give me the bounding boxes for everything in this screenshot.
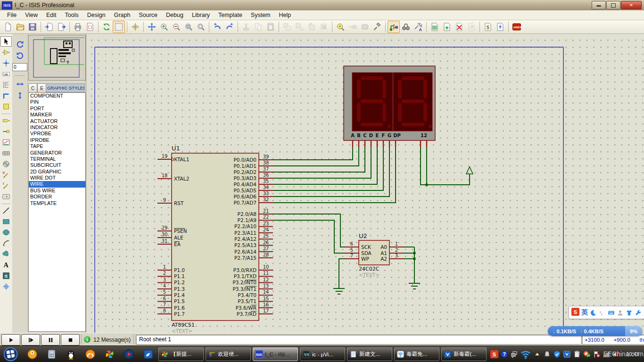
zoom-area-button[interactable] <box>195 21 207 33</box>
mode-wire-label-button[interactable]: LBL <box>0 69 12 79</box>
package-tool-button[interactable] <box>359 21 371 33</box>
menu-file[interactable]: File <box>3 11 21 19</box>
rotation-angle-input[interactable] <box>12 63 27 71</box>
mode-text-2d-button[interactable]: A <box>0 260 12 270</box>
style-item-marker[interactable]: MARKER <box>29 112 85 118</box>
resource-percent[interactable]: 9% <box>625 326 642 336</box>
menu-template[interactable]: Template <box>214 11 247 19</box>
new-sheet-button[interactable] <box>441 21 453 33</box>
menu-library[interactable]: Library <box>188 11 214 19</box>
tray-show-hidden[interactable] <box>533 350 541 358</box>
schematic-canvas[interactable]: ABCDEFGDP12U1AT89C51<TEXT>19XTAL118XTAL2… <box>86 34 644 333</box>
redraw-button[interactable] <box>100 21 113 33</box>
tray-volume-muted[interactable] <box>612 350 620 358</box>
mode-component-button[interactable] <box>0 47 12 58</box>
style-item-indicator[interactable]: INDICATOR <box>29 124 85 131</box>
style-item-wire[interactable]: WIRE <box>29 181 85 187</box>
style-item-2d-graphic[interactable]: 2D GRAPHIC <box>29 169 85 175</box>
ime-language-toggle[interactable]: 英 <box>581 308 588 317</box>
block-move-button[interactable] <box>293 21 305 33</box>
quicklaunch-media-player[interactable] <box>119 347 139 361</box>
style-item-vprobe[interactable]: VPROBE <box>29 131 85 137</box>
menu-view[interactable]: View <box>21 11 42 19</box>
cut-button[interactable] <box>240 21 252 33</box>
menu-edit[interactable]: Edit <box>42 11 61 19</box>
ime-language-bar[interactable]: S英’, <box>569 306 644 319</box>
pin-tool-button[interactable] <box>347 21 359 33</box>
style-item-terminal[interactable]: TERMINAL <box>29 156 85 162</box>
u1-at89c51[interactable]: U1AT89C51<TEXT>19XTAL118XTAL29RST29PSEN3… <box>157 145 273 333</box>
quicklaunch-pinwheel[interactable] <box>100 347 119 361</box>
sim-stop-button[interactable] <box>61 334 80 346</box>
selector-tab-c[interactable]: C <box>28 83 37 93</box>
mode-selection-button[interactable] <box>0 36 12 47</box>
menu-tools[interactable]: Tools <box>61 11 83 19</box>
search-tag-button[interactable] <box>400 21 412 33</box>
ime-moon-button[interactable] <box>590 309 597 316</box>
tray-help[interactable]: ? <box>500 350 508 358</box>
sim-pause-button[interactable] <box>41 334 60 346</box>
mode-text-script-button[interactable] <box>0 80 12 90</box>
rotate-clockwise-button[interactable] <box>14 39 25 50</box>
mode-current-probe-button[interactable]: I <box>0 181 12 191</box>
network-speed-widget[interactable]: ↓ 0.1KB/S ↑ 0.4KB/S 9% <box>548 326 642 336</box>
quicklaunch-music-player[interactable] <box>81 347 100 361</box>
quicklaunch-calculator[interactable] <box>42 347 61 361</box>
selector-tab-e[interactable]: E <box>37 83 46 93</box>
menu-help[interactable]: Help <box>275 11 296 19</box>
close-button[interactable]: ✕ <box>621 1 642 9</box>
style-item-wire-dot[interactable]: WIRE DOT <box>29 175 85 181</box>
ime-toolbox-button[interactable] <box>635 309 642 316</box>
goto-part-button[interactable] <box>334 21 347 33</box>
maximize-button[interactable] <box>606 1 620 9</box>
block-rotate-button[interactable] <box>305 21 318 33</box>
u2-24c02c[interactable]: U224C02C<TEXT>6SCK5SDA7WP1A02A13A2 <box>345 232 404 278</box>
message-info-icon[interactable]: i <box>84 336 91 343</box>
seven-segment-display[interactable]: ABCDEFGDP12 <box>344 66 435 147</box>
sim-step-button[interactable] <box>21 334 40 346</box>
style-item-component[interactable]: COMPONENT <box>29 93 85 99</box>
mode-circle-2d-button[interactable] <box>0 227 12 238</box>
taskbar-button-keil[interactable]: V4ic - μVi... <box>300 347 345 361</box>
tray-notification-bell[interactable] <box>543 350 551 358</box>
quicklaunch-blue-app[interactable] <box>139 347 158 361</box>
mode-subcircuit-button[interactable] <box>0 101 12 112</box>
ime-person-button[interactable] <box>617 309 624 316</box>
ime-keyboard-button[interactable] <box>608 309 615 316</box>
tray-duba-v[interactable] <box>563 350 571 358</box>
zoom-in-button[interactable] <box>158 21 170 33</box>
design-explorer-button[interactable] <box>429 21 441 33</box>
mode-path-2d-button[interactable] <box>0 249 12 259</box>
bill-of-materials-button[interactable]: $ <box>482 21 494 33</box>
tray-wireless-network[interactable] <box>520 348 531 360</box>
pan-button[interactable] <box>146 21 158 33</box>
mode-graph-button[interactable] <box>0 137 12 148</box>
tray-signal-strength[interactable] <box>603 350 611 358</box>
mode-marker-2d-button[interactable] <box>0 281 12 292</box>
style-item-generator[interactable]: GENERATOR <box>29 150 85 156</box>
mirror-vertical-button[interactable] <box>14 90 25 101</box>
quicklaunch-orange-ball[interactable] <box>23 347 42 361</box>
style-item-border[interactable]: BORDER <box>29 194 85 200</box>
mode-bus-button[interactable] <box>0 90 12 101</box>
style-item-template[interactable]: TEMPLATE <box>29 200 85 206</box>
tray-window-switch[interactable] <box>510 350 518 358</box>
tray-sogou-ime[interactable]: S <box>490 350 498 358</box>
block-delete-button[interactable] <box>318 21 330 33</box>
tray-security-shield[interactable] <box>553 350 561 358</box>
mode-junction-dot-button[interactable] <box>0 58 12 68</box>
style-item-pin[interactable]: PIN <box>29 99 85 105</box>
open-file-button[interactable] <box>14 21 26 33</box>
menu-graph[interactable]: Graph <box>110 11 135 19</box>
minimize-button[interactable]: ▬ <box>592 1 606 9</box>
wire-autorouter-button[interactable] <box>388 21 400 33</box>
taskbar-button-isis[interactable]: ISISI_C - ISI... <box>253 347 298 361</box>
menu-source[interactable]: Source <box>134 11 162 19</box>
mode-device-pin-button[interactable] <box>0 126 12 137</box>
mode-arc-2d-button[interactable] <box>0 238 12 248</box>
new-file-button[interactable] <box>2 21 14 33</box>
mode-line-2d-button[interactable] <box>0 206 12 216</box>
remove-sheet-button[interactable] <box>453 21 465 33</box>
style-item-bus-wire[interactable]: BUS WIRE <box>29 188 85 194</box>
property-assignment-button[interactable]: A <box>412 21 424 33</box>
